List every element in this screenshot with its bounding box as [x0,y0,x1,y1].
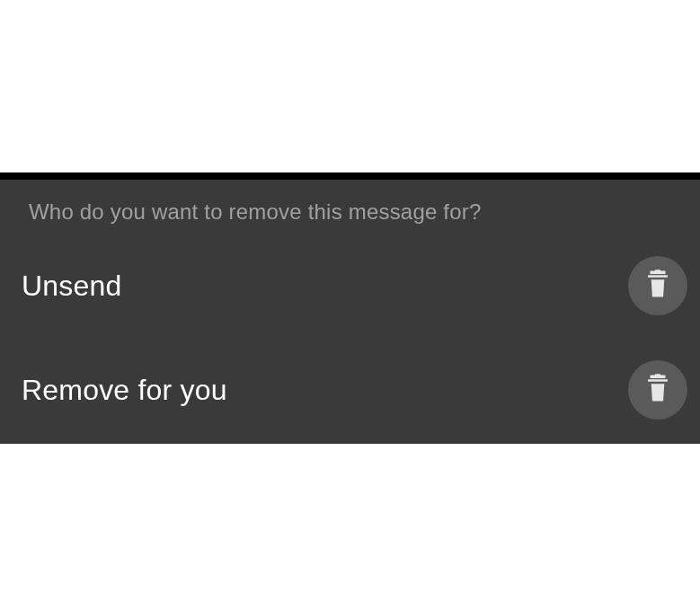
remove-for-you-label: Remove for you [22,374,227,407]
dialog-title: Who do you want to remove this message f… [0,199,700,225]
divider-bar [0,172,700,180]
top-blank-area [0,0,700,172]
remove-message-dialog: Who do you want to remove this message f… [0,180,700,444]
unsend-label: Unsend [22,270,122,303]
trash-icon [644,269,671,303]
unsend-option[interactable]: Unsend [0,250,700,322]
unsend-trash-button[interactable] [628,256,687,315]
trash-icon [644,373,671,407]
remove-for-you-option[interactable]: Remove for you [0,354,700,426]
remove-for-you-trash-button[interactable] [628,360,687,420]
